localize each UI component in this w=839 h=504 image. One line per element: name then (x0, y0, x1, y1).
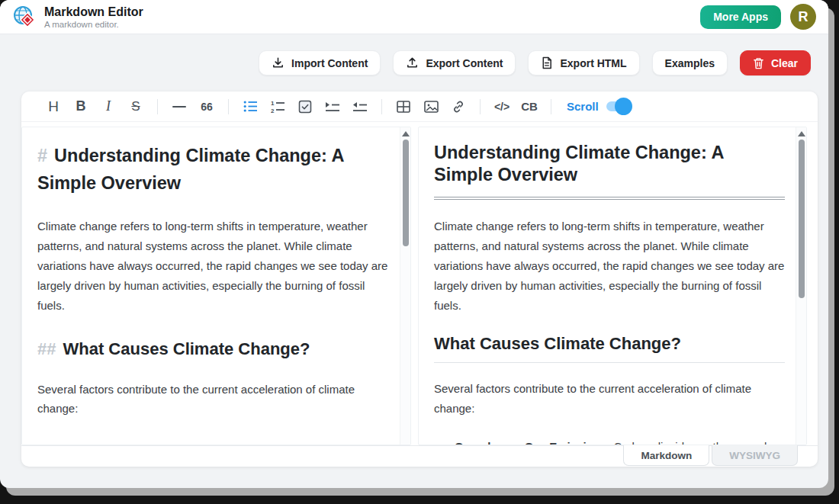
preview-scrollbar[interactable] (796, 127, 806, 445)
horizontal-rule-icon (172, 106, 186, 108)
app-title: Markdown Editor (44, 5, 143, 19)
link-button[interactable] (445, 95, 472, 118)
tab-wysiwyg[interactable]: WYSIWYG (712, 445, 798, 466)
preview-paragraph: Several factors contribute to the curren… (434, 379, 785, 419)
image-button[interactable] (417, 95, 445, 118)
strikethrough-button[interactable]: S (122, 95, 149, 118)
toolbar-divider (480, 99, 481, 114)
export-html-button[interactable]: Export HTML (528, 50, 639, 75)
heading-button[interactable]: H (40, 95, 67, 118)
code-block-button[interactable]: CB (516, 95, 543, 118)
format-toolbar: H B I S 66 1 2 (21, 91, 818, 122)
import-content-button[interactable]: Import Content (259, 50, 381, 75)
clear-button[interactable]: Clear (740, 50, 811, 75)
blockquote-button[interactable]: 66 (193, 95, 220, 118)
preview-paragraph: Climate change refers to long-term shift… (434, 217, 785, 316)
preview-heading2: What Causes Climate Change? (434, 334, 785, 363)
source-scrollbar[interactable] (400, 127, 410, 445)
image-icon (424, 101, 439, 113)
preview-scrollbar-thumb[interactable] (799, 140, 805, 298)
source-paragraph: Climate change refers to long-term shift… (37, 217, 389, 316)
ordered-list-button[interactable]: 1 2 (264, 95, 291, 118)
export-content-button[interactable]: Export Content (393, 50, 516, 75)
import-content-label: Import Content (291, 57, 368, 69)
editor-content: #Understanding Climate Change: A Simple … (21, 122, 818, 445)
h1-hash-marker: # (37, 146, 47, 165)
checkbox-icon (298, 100, 312, 114)
h2-hash-marker: ## (37, 339, 56, 358)
editor-card: H B I S 66 1 2 (21, 91, 818, 467)
export-content-label: Export Content (426, 57, 503, 69)
preview-heading1: Understanding Climate Change: A Simple O… (434, 142, 785, 200)
scroll-sync-toggle[interactable]: Scroll (567, 100, 629, 113)
source-scrollbar-thumb[interactable] (403, 140, 409, 246)
outdent-icon (352, 101, 368, 112)
more-apps-button[interactable]: More Apps (700, 5, 781, 29)
export-html-label: Export HTML (560, 57, 626, 69)
markdown-source-pane: #Understanding Climate Change: A Simple … (21, 127, 411, 445)
app-header: Markdown Editor A markdown editor. More … (0, 0, 828, 34)
task-list-button[interactable] (291, 95, 319, 118)
svg-text:2: 2 (271, 108, 275, 114)
table-button[interactable] (390, 95, 417, 118)
scroll-toggle-switch[interactable] (606, 101, 629, 111)
italic-button[interactable]: I (95, 95, 122, 118)
app-logo-globe-icon (12, 5, 37, 29)
toolbar-divider (551, 99, 551, 114)
examples-button[interactable]: Examples (652, 50, 728, 75)
scroll-sync-label: Scroll (567, 100, 599, 113)
app-window: Markdown Editor A markdown editor. More … (0, 0, 828, 488)
toolbar-divider (228, 99, 229, 114)
scroll-up-arrow-icon[interactable] (402, 131, 410, 136)
document-icon (541, 56, 553, 69)
source-list-item: -**Greenhouse Gas Emissions:** Carbon di… (37, 439, 389, 445)
trash-icon (753, 57, 764, 69)
toggle-knob (615, 98, 632, 115)
preview-list-item: Greenhouse Gas Emissions: Carbon dioxide… (455, 438, 785, 445)
avatar[interactable]: R (790, 4, 816, 30)
markdown-source-editor[interactable]: #Understanding Climate Change: A Simple … (22, 127, 400, 445)
source-paragraph: Several factors contribute to the curren… (37, 380, 389, 419)
link-icon (452, 100, 465, 114)
bold-button[interactable]: B (67, 95, 95, 118)
download-icon (272, 56, 284, 69)
preview-content: Understanding Climate Change: A Simple O… (419, 127, 796, 445)
bullet-list-button[interactable] (236, 95, 264, 118)
source-heading2: ##What Causes Climate Change? (37, 336, 389, 361)
upload-icon (406, 56, 419, 69)
mode-tabs: Markdown WYSIWYG (623, 445, 798, 466)
toolbar-divider (381, 99, 382, 114)
app-subtitle: A markdown editor. (44, 20, 143, 29)
table-icon (397, 101, 410, 113)
bullet-list-icon (243, 100, 258, 113)
horizontal-rule-button[interactable] (166, 95, 193, 118)
actions-row: Import Content Export Content Export HTM… (0, 34, 828, 75)
toolbar-divider (157, 99, 158, 114)
preview-list: Greenhouse Gas Emissions: Carbon dioxide… (434, 438, 785, 445)
clear-label: Clear (771, 57, 798, 69)
ordered-list-icon: 1 2 (271, 100, 285, 113)
preview-pane: Understanding Climate Change: A Simple O… (418, 127, 807, 445)
scroll-up-arrow-icon[interactable] (798, 131, 805, 136)
svg-text:1: 1 (271, 100, 275, 107)
indent-icon (325, 101, 340, 112)
source-list: -**Greenhouse Gas Emissions:** Carbon di… (37, 439, 389, 445)
indent-button[interactable] (319, 95, 346, 118)
tab-markdown[interactable]: Markdown (623, 445, 709, 466)
examples-label: Examples (665, 57, 715, 69)
app-title-block: Markdown Editor A markdown editor. (44, 5, 143, 29)
inline-code-button[interactable]: </> (488, 95, 516, 118)
editor-bottom-bar: Markdown WYSIWYG (21, 445, 818, 467)
outdent-button[interactable] (346, 95, 374, 118)
source-heading1: #Understanding Climate Change: A Simple … (37, 142, 389, 197)
